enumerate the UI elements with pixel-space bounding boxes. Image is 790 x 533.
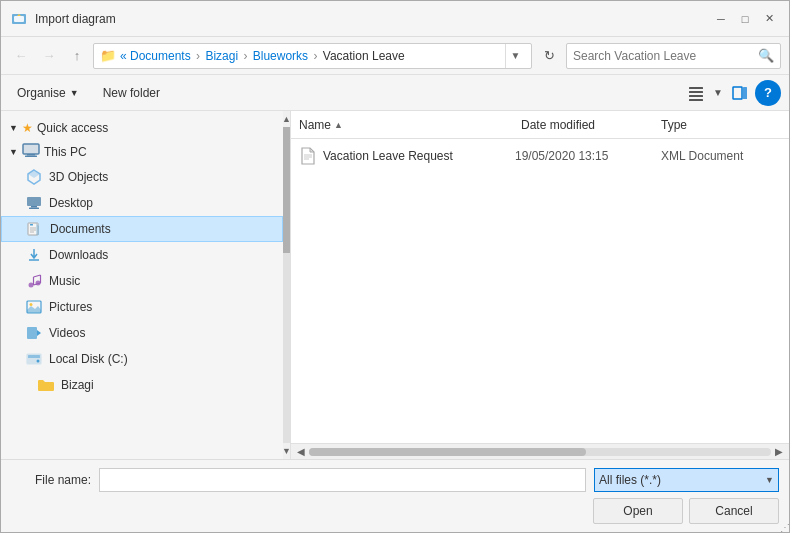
svg-rect-15 <box>27 197 41 206</box>
file-list-header: Name ▲ Date modified Type <box>291 111 789 139</box>
view-dropdown[interactable]: ▼ <box>711 87 725 98</box>
sidebar-item-desktop[interactable]: Desktop <box>1 190 283 216</box>
open-button[interactable]: Open <box>593 498 683 524</box>
this-pc-expand-icon: ▼ <box>9 147 18 157</box>
h-scroll-right[interactable]: ▶ <box>771 444 787 460</box>
sidebar-item-bizagi[interactable]: Bizagi <box>1 372 283 398</box>
h-scroll-left[interactable]: ◀ <box>293 444 309 460</box>
sidebar-item-videos[interactable]: Videos <box>1 320 283 346</box>
desktop-icon <box>25 194 43 212</box>
sidebar-inner: ▼ ★ Quick access ▼ <box>1 111 283 459</box>
documents-label: Documents <box>50 222 111 236</box>
svg-point-24 <box>29 283 34 288</box>
svg-point-31 <box>30 303 33 306</box>
svg-rect-8 <box>743 87 747 99</box>
svg-marker-14 <box>28 170 40 178</box>
sidebar-scroll-up[interactable]: ▲ <box>283 111 290 127</box>
svg-point-36 <box>37 360 40 363</box>
organise-label: Organise <box>17 86 66 100</box>
help-button[interactable]: ? <box>755 80 781 106</box>
col-header-type[interactable]: Type <box>661 118 781 132</box>
file-type-value: All files (*.*) <box>599 473 661 487</box>
videos-label: Videos <box>49 326 85 340</box>
buttons-row: Open Cancel <box>11 498 779 524</box>
preview-pane-button[interactable] <box>727 80 753 106</box>
sidebar-scrollbar[interactable]: ▲ ▼ <box>283 111 291 459</box>
breadcrumb-dropdown[interactable]: ▼ <box>505 43 525 69</box>
organise-button[interactable]: Organise ▼ <box>9 83 87 103</box>
breadcrumb-bar[interactable]: 📁 « Documents › Bizagi › Blueworks › Vac… <box>93 43 532 69</box>
breadcrumb-documents[interactable]: « Documents <box>120 49 191 63</box>
3d-objects-icon <box>25 168 43 186</box>
cancel-button[interactable]: Cancel <box>689 498 779 524</box>
resize-handle[interactable]: ⋰ <box>778 521 790 533</box>
sidebar-item-local-disk[interactable]: Local Disk (C:) <box>1 346 283 372</box>
breadcrumb-path: « Documents › Bizagi › Blueworks › Vacat… <box>120 49 505 63</box>
sidebar-item-downloads[interactable]: Downloads <box>1 242 283 268</box>
sidebar-quick-access-header[interactable]: ▼ ★ Quick access <box>1 117 283 139</box>
svg-rect-11 <box>27 154 35 156</box>
forward-button[interactable]: → <box>37 44 61 68</box>
sidebar-item-documents[interactable]: Documents <box>1 216 283 242</box>
up-button[interactable]: ↑ <box>65 44 89 68</box>
col-header-date[interactable]: Date modified <box>521 118 661 132</box>
sidebar-item-3d-objects[interactable]: 3D Objects <box>1 164 283 190</box>
refresh-button[interactable]: ↻ <box>536 43 562 69</box>
file-name-row: File name: All files (*.*) ▼ <box>11 468 779 492</box>
col-header-name[interactable]: Name ▲ <box>299 118 521 132</box>
svg-rect-16 <box>31 206 37 208</box>
bizagi-label: Bizagi <box>61 378 94 392</box>
sidebar-scroll-down[interactable]: ▼ <box>283 443 290 459</box>
new-folder-button[interactable]: New folder <box>95 83 168 103</box>
svg-rect-19 <box>30 224 33 226</box>
pictures-label: Pictures <box>49 300 92 314</box>
file-name-vacation: Vacation Leave Request <box>323 149 509 163</box>
sidebar-this-pc-header[interactable]: ▼ This PC <box>1 139 283 164</box>
music-icon <box>25 272 43 290</box>
breadcrumb-blueworks[interactable]: Blueworks <box>253 49 308 63</box>
svg-rect-7 <box>733 87 742 99</box>
downloads-icon <box>25 246 43 264</box>
file-name-input[interactable] <box>99 468 586 492</box>
maximize-button[interactable]: □ <box>735 9 755 29</box>
file-list[interactable]: Vacation Leave Request 19/05/2020 13:15 … <box>291 139 789 443</box>
sidebar-scroll-track <box>283 127 290 443</box>
h-scroll-track[interactable] <box>309 448 771 456</box>
sidebar-item-music[interactable]: Music <box>1 268 283 294</box>
svg-rect-3 <box>689 87 703 89</box>
view-controls: ▼ ? <box>683 80 781 106</box>
col-date-label: Date modified <box>521 118 595 132</box>
close-button[interactable]: ✕ <box>759 9 779 29</box>
h-scrollbar[interactable]: ◀ ▶ <box>291 443 789 459</box>
file-item-vacation[interactable]: Vacation Leave Request 19/05/2020 13:15 … <box>291 143 789 169</box>
file-type-select[interactable]: All files (*.*) ▼ <box>594 468 779 492</box>
bottom-bar: File name: All files (*.*) ▼ Open Cancel <box>1 459 789 532</box>
breadcrumb-folder-icon: 📁 <box>100 48 116 63</box>
local-disk-icon <box>25 350 43 368</box>
dialog-icon <box>11 11 27 27</box>
svg-rect-1 <box>14 16 24 22</box>
sidebar-panel: ▼ ★ Quick access ▼ <box>1 111 291 459</box>
search-box[interactable]: 🔍 <box>566 43 781 69</box>
file-icon-vacation <box>299 147 317 165</box>
dialog-title: Import diagram <box>35 12 711 26</box>
minimize-button[interactable]: ─ <box>711 9 731 29</box>
back-button[interactable]: ← <box>9 44 33 68</box>
sidebar-scroll[interactable]: ▼ ★ Quick access ▼ <box>1 111 283 404</box>
h-scroll-thumb <box>309 448 586 456</box>
file-name-label: File name: <box>11 473 91 487</box>
3d-objects-label: 3D Objects <box>49 170 108 184</box>
breadcrumb-bizagi[interactable]: Bizagi <box>205 49 238 63</box>
search-input[interactable] <box>573 49 758 63</box>
sidebar-item-pictures[interactable]: Pictures <box>1 294 283 320</box>
svg-rect-5 <box>689 95 703 97</box>
file-type-dropdown-icon: ▼ <box>765 475 774 485</box>
quick-access-star-icon: ★ <box>22 121 33 135</box>
local-disk-label: Local Disk (C:) <box>49 352 128 366</box>
main-content: ▼ ★ Quick access ▼ <box>1 111 789 459</box>
toolbar: Organise ▼ New folder ▼ <box>1 75 789 111</box>
view-details-button[interactable] <box>683 80 709 106</box>
organise-dropdown-icon: ▼ <box>70 88 79 98</box>
svg-rect-4 <box>689 91 703 93</box>
videos-icon <box>25 324 43 342</box>
